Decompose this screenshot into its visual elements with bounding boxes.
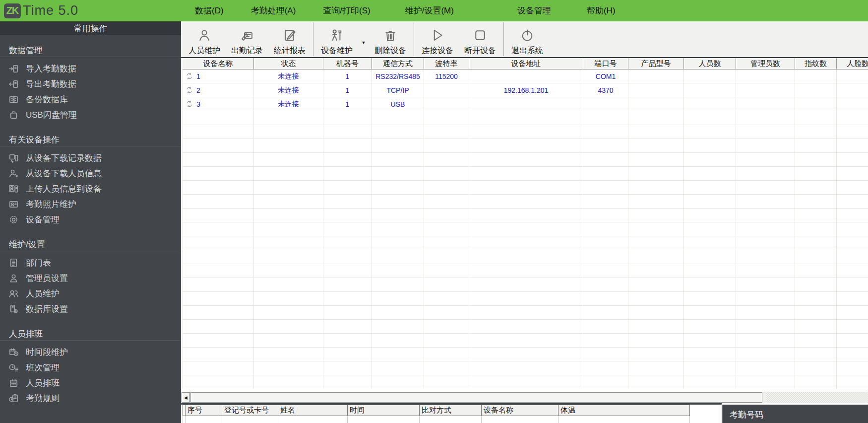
toolbar-button-personnel-maintain[interactable]: 人员维护	[183, 21, 226, 57]
device-column-header[interactable]: 端口号	[583, 58, 628, 70]
sidebar-section-2: 有关设备操作从设备下载记录数据从设备下载人员信息上传人员信息到设备考勤照片维护设…	[0, 134, 181, 229]
device-cell	[583, 361, 628, 375]
sidebar-item-download-personnel-from-device[interactable]: 从设备下载人员信息	[0, 166, 181, 181]
sidebar-item-administrator-settings[interactable]: 管理员设置	[0, 271, 181, 286]
sidebar-item-attendance-rules[interactable]: 考勤规则	[0, 391, 181, 406]
device-row-3[interactable]: 3未连接1USB	[183, 97, 868, 111]
device-cell	[837, 70, 868, 83]
device-table-body: 1未连接1RS232/RS485115200COM12未连接1TCP/IP192…	[181, 70, 868, 392]
device-cell: 192.168.1.201	[469, 83, 583, 97]
sidebar-item-usb-disk-manage[interactable]: USB闪盘管理	[0, 107, 181, 123]
device-cell	[583, 125, 628, 139]
device-cell	[628, 139, 684, 153]
sidebar-section-header: 有关设备操作	[0, 134, 181, 146]
device-column-header[interactable]: 人员数	[684, 58, 736, 70]
sidebar-item-personnel-scheduling[interactable]: 人员排班	[0, 375, 181, 391]
device-column-header[interactable]: 设备地址	[469, 58, 583, 70]
device-cell	[424, 111, 469, 125]
device-cell	[183, 125, 254, 139]
toolbar: 人员维护出勤记录统计报表设备维护▼删除设备连接设备断开设备退出系统	[181, 21, 868, 57]
device-cell	[795, 292, 837, 306]
sidebar-item-import-attendance-data[interactable]: 导入考勤数据	[0, 61, 181, 76]
device-cell	[795, 167, 837, 181]
menu-item-maintain-settings[interactable]: 维护/设置(M)	[405, 5, 454, 16]
device-cell	[736, 250, 795, 264]
device-cell	[736, 236, 795, 250]
device-cell	[323, 250, 372, 264]
device-column-header[interactable]: 波特率	[424, 58, 469, 70]
sidebar-item-personnel-maintain[interactable]: 人员维护	[0, 286, 181, 301]
toolbar-group-separator	[503, 22, 504, 56]
device-cell	[254, 292, 323, 306]
device-cell	[583, 348, 628, 361]
attendance-number-label: 考勤号码	[730, 410, 763, 420]
sidebar-item-department-table[interactable]: 部门表	[0, 255, 181, 271]
scrollbar-thumb[interactable]	[190, 392, 762, 403]
device-cell	[254, 195, 323, 209]
sidebar-item-shift-management[interactable]: 班次管理	[0, 360, 181, 375]
toolbar-button-attendance-records[interactable]: 出勤记录	[226, 21, 268, 57]
menu-item-data[interactable]: 数据(D)	[195, 5, 224, 16]
device-column-header[interactable]: 通信方式	[372, 58, 424, 70]
device-column-header[interactable]: 状态	[254, 58, 323, 70]
device-cell	[736, 278, 795, 292]
device-cell	[254, 278, 323, 292]
device-column-header[interactable]: 产品型号	[628, 58, 684, 70]
device-cell	[254, 320, 323, 334]
toolbar-button-exit-system[interactable]: 退出系统	[506, 21, 549, 57]
sidebar-item-device-management[interactable]: 设备管理	[0, 212, 181, 227]
person-upload-icon	[8, 183, 19, 195]
device-cell	[736, 195, 795, 209]
calendar-clock-icon	[8, 347, 19, 358]
toolbar-button-statistic-report[interactable]: 统计报表	[268, 21, 311, 57]
device-cell	[583, 139, 628, 153]
menu-item-attendance-processing[interactable]: 考勤处理(A)	[251, 5, 296, 16]
menu-item-help[interactable]: 帮助(H)	[587, 5, 616, 16]
log-cell	[558, 416, 690, 423]
device-column-header[interactable]: 设备名称	[183, 58, 254, 70]
photo-id-icon	[8, 199, 19, 210]
device-row-1[interactable]: 1未连接1RS232/RS485115200COM1	[183, 70, 868, 83]
download-record-icon	[8, 152, 19, 164]
device-cell	[684, 250, 736, 264]
device-cell	[183, 306, 254, 320]
toolbar-button-disconnect-device[interactable]: 断开设备	[459, 21, 501, 57]
toolbar-button-delete-device[interactable]: 删除设备	[369, 21, 412, 57]
clock-clipboard-icon	[8, 393, 19, 404]
device-column-header[interactable]: 指纹数	[795, 58, 837, 70]
device-row-2[interactable]: 2未连接1TCP/IP192.168.1.2014370	[183, 83, 868, 97]
device-cell	[254, 139, 323, 153]
device-cell	[837, 250, 868, 264]
sidebar-item-export-attendance-data[interactable]: 导出考勤数据	[0, 76, 181, 92]
person-icon	[8, 273, 19, 284]
device-cell	[372, 139, 424, 153]
toolbar-button-connect-device[interactable]: 连接设备	[416, 21, 459, 57]
sidebar-item-backup-database[interactable]: 备份数据库	[0, 92, 181, 107]
device-cell	[183, 250, 254, 264]
device-cell	[183, 348, 254, 361]
device-cell	[469, 111, 583, 125]
toolbar-group-2: 设备维护▼删除设备	[315, 21, 412, 57]
device-column-header[interactable]: 机器号	[323, 58, 372, 70]
device-column-header[interactable]: 管理员数	[736, 58, 795, 70]
menu-item-query-print[interactable]: 查询/打印(S)	[323, 5, 370, 16]
device-column-header[interactable]: 人脸数	[837, 58, 868, 70]
device-cell	[795, 306, 837, 320]
sidebar-section-4: 人员排班时间段维护班次管理人员排班考勤规则	[0, 328, 181, 408]
device-cell	[795, 139, 837, 153]
sidebar-item-download-records-from-device[interactable]: 从设备下载记录数据	[0, 150, 181, 166]
device-cell	[583, 195, 628, 209]
toolbar-button-device-maintain[interactable]: 设备维护	[315, 21, 358, 57]
sidebar-item-upload-personnel-to-device[interactable]: 上传人员信息到设备	[0, 181, 181, 197]
device-cell	[424, 292, 469, 306]
device-cell	[583, 236, 628, 250]
sidebar-item-attendance-photo-maintain[interactable]: 考勤照片维护	[0, 197, 181, 212]
device-cell	[183, 222, 254, 236]
device-cell	[684, 361, 736, 375]
scrollbar-left-arrow-icon[interactable]: ◀	[182, 392, 190, 403]
sidebar-item-database-settings[interactable]: 数据库设置	[0, 301, 181, 317]
toolbar-dropdown-arrow-icon[interactable]: ▼	[358, 21, 369, 57]
horizontal-scrollbar[interactable]: ◀	[181, 392, 868, 403]
sidebar-item-time-period-maintain[interactable]: 时间段维护	[0, 345, 181, 360]
menu-item-device-management[interactable]: 设备管理	[517, 5, 551, 16]
